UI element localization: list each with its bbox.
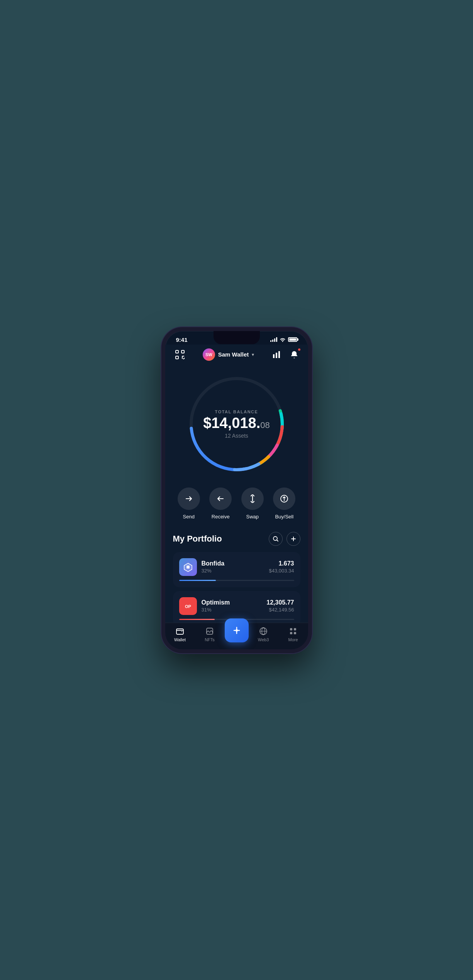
bonfida-progress bbox=[179, 580, 294, 581]
nav-center[interactable] bbox=[225, 626, 249, 642]
action-buttons: Send Receive Swap bbox=[165, 478, 308, 526]
asset-card-optimism[interactable]: OP Optimism 31% 12,305.77 $42,149.56 bbox=[173, 591, 300, 623]
optimism-percent: 31% bbox=[202, 607, 230, 613]
portfolio-header: My Portfolio bbox=[173, 532, 300, 546]
more-nav-label: More bbox=[288, 637, 298, 642]
buy-sell-button[interactable]: Buy/Sell bbox=[273, 487, 295, 520]
svg-text:OP: OP bbox=[185, 604, 191, 609]
svg-rect-9 bbox=[278, 351, 280, 358]
svg-rect-2 bbox=[176, 356, 178, 359]
svg-rect-21 bbox=[186, 566, 190, 569]
signal-icon bbox=[270, 337, 277, 342]
svg-rect-29 bbox=[290, 628, 292, 630]
analytics-button[interactable] bbox=[270, 348, 283, 361]
svg-rect-32 bbox=[294, 632, 296, 634]
assets-count: 12 Assets bbox=[203, 433, 270, 439]
swap-label: Swap bbox=[246, 514, 259, 520]
wallet-name: Sam Wallet bbox=[218, 351, 249, 358]
svg-rect-7 bbox=[273, 354, 275, 358]
bonfida-name: Bonfida bbox=[202, 560, 225, 567]
svg-rect-1 bbox=[181, 350, 184, 353]
app-content[interactable]: SW Sam Wallet ▾ bbox=[165, 345, 308, 623]
asset-card-bonfida[interactable]: Bonfida 32% 1.673 $43,003.34 bbox=[173, 552, 300, 587]
balance-circle-container: TOTAL BALANCE $14,018.08 12 Assets bbox=[186, 374, 287, 474]
nav-wallet[interactable]: Wallet bbox=[165, 627, 195, 642]
header-right-actions bbox=[270, 348, 300, 361]
optimism-amount: 12,305.77 bbox=[266, 599, 294, 606]
nav-nfts[interactable]: NFTs bbox=[195, 627, 225, 642]
portfolio-add-button[interactable] bbox=[287, 532, 300, 546]
portfolio-section: My Portfolio bbox=[165, 526, 308, 623]
bottom-nav: Wallet NFTs bbox=[165, 623, 308, 649]
center-action-button[interactable] bbox=[225, 618, 249, 642]
balance-amount: $14,018.08 bbox=[203, 416, 270, 430]
portfolio-actions bbox=[269, 532, 300, 546]
svg-rect-24 bbox=[176, 629, 183, 634]
notch bbox=[214, 331, 260, 344]
receive-label: Receive bbox=[212, 514, 230, 520]
optimism-icon: OP bbox=[179, 597, 197, 615]
swap-button[interactable]: Swap bbox=[241, 487, 264, 520]
optimism-value: $42,149.56 bbox=[266, 607, 294, 613]
notifications-button[interactable] bbox=[288, 348, 300, 361]
bonfida-value: $43,003.34 bbox=[269, 568, 294, 574]
bonfida-icon bbox=[179, 558, 197, 576]
phone-frame: 9:41 bbox=[161, 327, 312, 653]
status-time: 9:41 bbox=[176, 336, 188, 343]
portfolio-search-button[interactable] bbox=[269, 532, 283, 546]
optimism-name: Optimism bbox=[202, 599, 230, 606]
header: SW Sam Wallet ▾ bbox=[165, 345, 308, 366]
svg-point-26 bbox=[236, 629, 238, 632]
balance-section: TOTAL BALANCE $14,018.08 12 Assets bbox=[165, 366, 308, 478]
bonfida-amount: 1.673 bbox=[269, 560, 294, 567]
scan-icon-button[interactable] bbox=[173, 348, 187, 362]
balance-whole: $14,018. bbox=[203, 415, 260, 431]
send-label: Send bbox=[183, 514, 195, 520]
wifi-icon bbox=[280, 337, 286, 342]
portfolio-title: My Portfolio bbox=[173, 534, 222, 544]
status-icons bbox=[270, 337, 297, 342]
total-balance-label: TOTAL BALANCE bbox=[203, 409, 270, 414]
web3-nav-icon bbox=[259, 627, 268, 636]
wallet-nav-label: Wallet bbox=[174, 637, 186, 642]
more-nav-icon bbox=[288, 627, 298, 636]
svg-rect-8 bbox=[276, 353, 277, 358]
notification-badge bbox=[297, 348, 301, 352]
svg-rect-30 bbox=[294, 628, 296, 630]
nav-more[interactable]: More bbox=[278, 627, 308, 642]
avatar: SW bbox=[203, 348, 215, 361]
receive-button[interactable]: Receive bbox=[209, 487, 232, 520]
nav-web3[interactable]: Web3 bbox=[249, 627, 278, 642]
battery-icon bbox=[288, 337, 297, 342]
balance-center: TOTAL BALANCE $14,018.08 12 Assets bbox=[203, 409, 270, 439]
send-button[interactable]: Send bbox=[178, 487, 200, 520]
wallet-selector[interactable]: SW Sam Wallet ▾ bbox=[203, 348, 254, 361]
wallet-nav-icon bbox=[175, 627, 185, 636]
buy-sell-label: Buy/Sell bbox=[275, 514, 293, 520]
chevron-down-icon: ▾ bbox=[252, 352, 254, 357]
web3-nav-label: Web3 bbox=[258, 637, 269, 642]
svg-rect-0 bbox=[176, 350, 178, 353]
balance-cents: 08 bbox=[260, 420, 270, 430]
svg-rect-31 bbox=[290, 632, 292, 634]
nfts-nav-label: NFTs bbox=[205, 637, 215, 642]
bonfida-percent: 32% bbox=[202, 568, 225, 574]
nfts-nav-icon bbox=[205, 627, 214, 636]
